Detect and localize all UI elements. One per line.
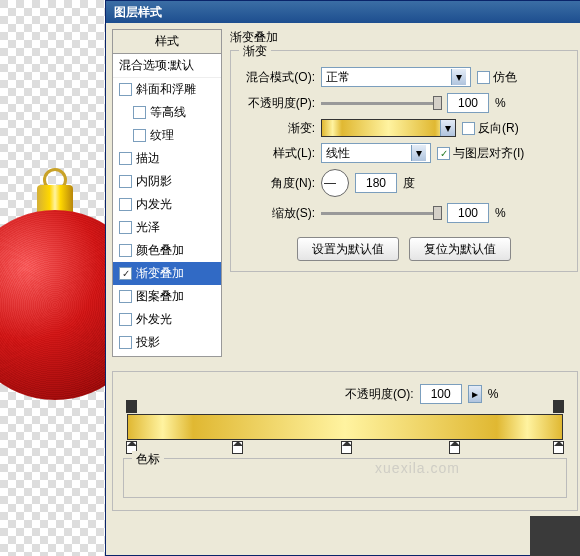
chevron-down-icon: ▾ [440, 120, 455, 136]
scale-unit: % [495, 206, 506, 220]
style-label: 样式(L): [243, 145, 315, 162]
style-item-label: 等高线 [150, 104, 186, 121]
slider-thumb[interactable] [433, 206, 442, 220]
gradient-overlay-settings: 渐变叠加 渐变 混合模式(O): 正常 ▾ 仿色 不透明度(P): [230, 29, 578, 357]
style-item[interactable]: 外发光 [113, 308, 221, 331]
style-checkbox[interactable] [119, 313, 132, 326]
styles-header[interactable]: 样式 [113, 30, 221, 54]
style-item[interactable]: ✓渐变叠加 [113, 262, 221, 285]
style-checkbox[interactable] [119, 336, 132, 349]
opacity-stop[interactable] [126, 400, 137, 413]
style-checkbox[interactable] [133, 106, 146, 119]
align-checkbox[interactable]: ✓ [437, 147, 450, 160]
style-checkbox[interactable] [119, 198, 132, 211]
gradient-group-legend: 渐变 [239, 43, 271, 60]
style-checkbox[interactable] [119, 290, 132, 303]
blend-mode-select[interactable]: 正常 ▾ [321, 67, 471, 87]
styles-panel: 样式 混合选项:默认 斜面和浮雕等高线纹理描边内阴影内发光光泽颜色叠加✓渐变叠加… [112, 29, 222, 357]
blend-mode-value: 正常 [326, 69, 350, 86]
color-stop[interactable] [232, 441, 243, 454]
chevron-down-icon: ▾ [451, 69, 466, 85]
style-checkbox[interactable] [119, 152, 132, 165]
color-stop[interactable] [449, 441, 460, 454]
style-item-label: 图案叠加 [136, 288, 184, 305]
style-item[interactable]: 等高线 [113, 101, 221, 124]
dialog-titlebar[interactable]: 图层样式 [106, 1, 580, 23]
style-item[interactable]: 颜色叠加 [113, 239, 221, 262]
angle-unit: 度 [403, 175, 415, 192]
style-item-label: 斜面和浮雕 [136, 81, 196, 98]
dither-checkbox[interactable] [477, 71, 490, 84]
style-item-label: 内阴影 [136, 173, 172, 190]
style-checkbox[interactable] [119, 221, 132, 234]
color-stop[interactable] [341, 441, 352, 454]
opacity-input[interactable] [447, 93, 489, 113]
scale-label: 缩放(S): [243, 205, 315, 222]
style-item-label: 投影 [136, 334, 160, 351]
reverse-label: 反向(R) [478, 120, 519, 137]
scale-slider[interactable] [321, 212, 441, 215]
style-item[interactable]: 内阴影 [113, 170, 221, 193]
opacity-stop[interactable] [553, 400, 564, 413]
style-item-label: 纹理 [150, 127, 174, 144]
style-item-label: 渐变叠加 [136, 265, 184, 282]
style-item[interactable]: 光泽 [113, 216, 221, 239]
dialog-title: 图层样式 [114, 5, 162, 19]
style-checkbox[interactable] [133, 129, 146, 142]
chevron-right-icon[interactable]: ▸ [468, 385, 482, 403]
gradient-bar[interactable] [127, 414, 563, 440]
settings-title: 渐变叠加 [230, 29, 578, 46]
reset-default-button[interactable]: 复位为默认值 [409, 237, 511, 261]
gradient-picker[interactable]: ▾ [321, 119, 456, 137]
editor-opacity-input[interactable] [420, 384, 462, 404]
style-item-label: 外发光 [136, 311, 172, 328]
style-select[interactable]: 线性 ▾ [321, 143, 431, 163]
make-default-button[interactable]: 设置为默认值 [297, 237, 399, 261]
scale-input[interactable] [447, 203, 489, 223]
style-item-label: 颜色叠加 [136, 242, 184, 259]
blend-mode-label: 混合模式(O): [243, 69, 315, 86]
align-label: 与图层对齐(I) [453, 145, 524, 162]
style-item-label: 光泽 [136, 219, 160, 236]
dither-label: 仿色 [493, 69, 517, 86]
style-item[interactable]: 投影 [113, 331, 221, 354]
style-checkbox[interactable] [119, 83, 132, 96]
style-item-label: 内发光 [136, 196, 172, 213]
gradient-editor: 不透明度(O): ▸ % 色标 [112, 371, 578, 511]
style-checkbox[interactable]: ✓ [119, 267, 132, 280]
color-stop[interactable] [553, 441, 564, 454]
gradient-label: 渐变: [243, 120, 315, 137]
chevron-down-icon: ▾ [411, 145, 426, 161]
angle-dial[interactable] [321, 169, 349, 197]
angle-input[interactable] [355, 173, 397, 193]
style-item[interactable]: 斜面和浮雕 [113, 78, 221, 101]
style-item[interactable]: 内发光 [113, 193, 221, 216]
layer-style-dialog: 图层样式 样式 混合选项:默认 斜面和浮雕等高线纹理描边内阴影内发光光泽颜色叠加… [105, 0, 580, 556]
style-value: 线性 [326, 145, 350, 162]
stops-legend: 色标 [132, 451, 164, 468]
opacity-unit: % [495, 96, 506, 110]
dark-corner [530, 516, 580, 556]
editor-opacity-unit: % [488, 387, 499, 401]
opacity-label: 不透明度(P): [243, 95, 315, 112]
reverse-checkbox[interactable] [462, 122, 475, 135]
angle-label: 角度(N): [243, 175, 315, 192]
style-item-label: 描边 [136, 150, 160, 167]
style-item[interactable]: 描边 [113, 147, 221, 170]
style-item[interactable]: 纹理 [113, 124, 221, 147]
editor-opacity-label: 不透明度(O): [345, 386, 414, 403]
style-checkbox[interactable] [119, 175, 132, 188]
slider-thumb[interactable] [433, 96, 442, 110]
style-item[interactable]: 图案叠加 [113, 285, 221, 308]
style-checkbox[interactable] [119, 244, 132, 257]
opacity-slider[interactable] [321, 102, 441, 105]
blend-options-item[interactable]: 混合选项:默认 [113, 54, 221, 78]
